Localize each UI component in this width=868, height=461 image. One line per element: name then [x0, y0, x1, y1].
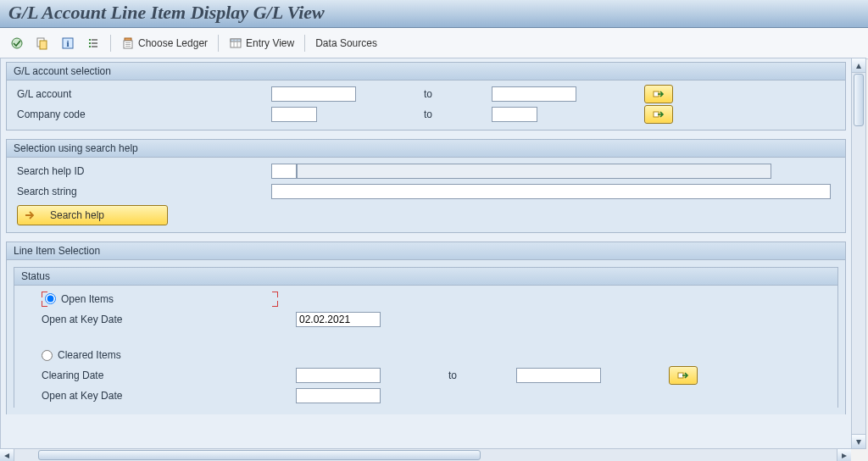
scroll-left-button[interactable]: ◂: [0, 449, 14, 461]
choose-ledger-button[interactable]: Choose Ledger: [118, 35, 211, 52]
scroll-track[interactable]: [14, 449, 837, 461]
title-bar: G/L Account Line Item Display G/L View: [0, 0, 868, 28]
entry-view-button[interactable]: Entry View: [225, 35, 298, 52]
group-title: G/L account selection: [7, 63, 845, 81]
gl-account-label: G/L account: [14, 88, 271, 100]
group-gl-account-selection: G/L account selection G/L account to Com…: [6, 62, 846, 131]
page-title: G/L Account Line Item Display G/L View: [8, 2, 860, 24]
variant-icon: [36, 36, 49, 50]
get-variant-button[interactable]: [32, 35, 53, 52]
svg-rect-2: [40, 41, 47, 49]
svg-rect-10: [92, 46, 97, 47]
data-sources-button[interactable]: Data Sources: [312, 36, 381, 51]
group-search-help: Selection using search help Search help …: [6, 139, 846, 233]
arrow-right-icon: [676, 369, 690, 382]
info-icon: i: [61, 36, 75, 50]
open-items-label: Open Items: [61, 293, 114, 305]
selection-screen: G/L account selection G/L account to Com…: [0, 58, 851, 449]
horizontal-scrollbar[interactable]: ◂ ▸: [0, 448, 851, 461]
search-string-input[interactable]: [271, 184, 831, 199]
cleared-items-radio-input[interactable]: [42, 350, 53, 361]
arrow-right-icon: [23, 208, 36, 222]
subgroup-status: Status Open Items: [14, 267, 838, 408]
focus-indicator: Open Items: [42, 292, 117, 307]
data-sources-label: Data Sources: [315, 37, 377, 49]
application-toolbar: i Choose Ledger Entry View Data Sources: [0, 28, 868, 59]
cleared-items-radio[interactable]: Cleared Items: [42, 349, 296, 361]
svg-text:i: i: [66, 38, 69, 48]
choose-ledger-label: Choose Ledger: [138, 37, 208, 49]
vertical-scrollbar[interactable]: ▴ ▾: [851, 58, 866, 449]
svg-rect-15: [125, 46, 131, 47]
company-code-high-input[interactable]: [492, 107, 537, 122]
group-title: Selection using search help: [7, 140, 845, 158]
svg-rect-6: [89, 42, 91, 44]
svg-rect-9: [92, 42, 97, 44]
toolbar-separator: [218, 35, 219, 52]
svg-rect-5: [89, 39, 91, 41]
company-code-low-input[interactable]: [271, 107, 317, 122]
toolbar-separator: [110, 35, 111, 52]
open-key-date-label: Open at Key Date: [21, 314, 296, 325]
selection-button[interactable]: [83, 35, 103, 52]
execute-icon: [10, 36, 24, 50]
company-code-label: Company code: [14, 108, 271, 120]
svg-rect-8: [92, 39, 97, 41]
cleared-items-label: Cleared Items: [58, 349, 121, 361]
to-label: to: [424, 88, 492, 100]
arrow-right-icon: [652, 108, 665, 121]
svg-rect-13: [125, 42, 131, 43]
scroll-right-button[interactable]: ▸: [837, 449, 851, 461]
search-help-id-flag-input[interactable]: [271, 164, 297, 179]
cleared-key-date-input[interactable]: [296, 388, 381, 403]
execute-button[interactable]: [7, 35, 27, 52]
open-key-date-input[interactable]: [296, 312, 381, 327]
arrow-right-icon: [652, 87, 665, 101]
list-icon: [86, 36, 100, 50]
group-title: Line Item Selection: [7, 242, 845, 260]
gl-account-low-input[interactable]: [271, 86, 356, 102]
gl-account-high-input[interactable]: [492, 86, 576, 102]
to-label: to: [424, 108, 492, 120]
entry-view-label: Entry View: [246, 37, 294, 49]
search-string-label: Search string: [14, 186, 271, 197]
company-code-multiple-selection-button[interactable]: [644, 105, 673, 124]
svg-rect-14: [125, 44, 131, 45]
search-help-id-input[interactable]: [297, 164, 771, 179]
open-items-radio[interactable]: Open Items: [45, 293, 114, 305]
cleared-key-date-label: Open at Key Date: [21, 390, 296, 402]
scroll-down-button[interactable]: ▾: [852, 434, 865, 448]
gl-account-multiple-selection-button[interactable]: [644, 85, 673, 103]
clearing-date-low-input[interactable]: [296, 368, 381, 383]
scroll-thumb[interactable]: [38, 450, 481, 460]
entry-view-icon: [229, 36, 242, 50]
clearing-date-label: Clearing Date: [21, 369, 296, 381]
scroll-up-button[interactable]: ▴: [852, 58, 865, 73]
group-line-item-selection: Line Item Selection Status Open Items: [6, 242, 846, 414]
svg-point-0: [12, 38, 22, 48]
toolbar-separator: [304, 35, 305, 52]
group-title: Status: [14, 268, 837, 286]
search-help-button[interactable]: Search help: [17, 205, 168, 225]
search-help-id-label: Search help ID: [14, 165, 271, 177]
scroll-thumb[interactable]: [854, 74, 864, 126]
svg-rect-7: [89, 46, 91, 47]
search-help-button-label: Search help: [50, 209, 104, 221]
clearing-date-multiple-selection-button[interactable]: [669, 366, 698, 385]
to-label: to: [448, 369, 516, 381]
ledger-icon: [121, 36, 135, 50]
info-button[interactable]: i: [58, 35, 78, 52]
svg-rect-17: [231, 39, 241, 42]
clearing-date-high-input[interactable]: [516, 368, 601, 383]
